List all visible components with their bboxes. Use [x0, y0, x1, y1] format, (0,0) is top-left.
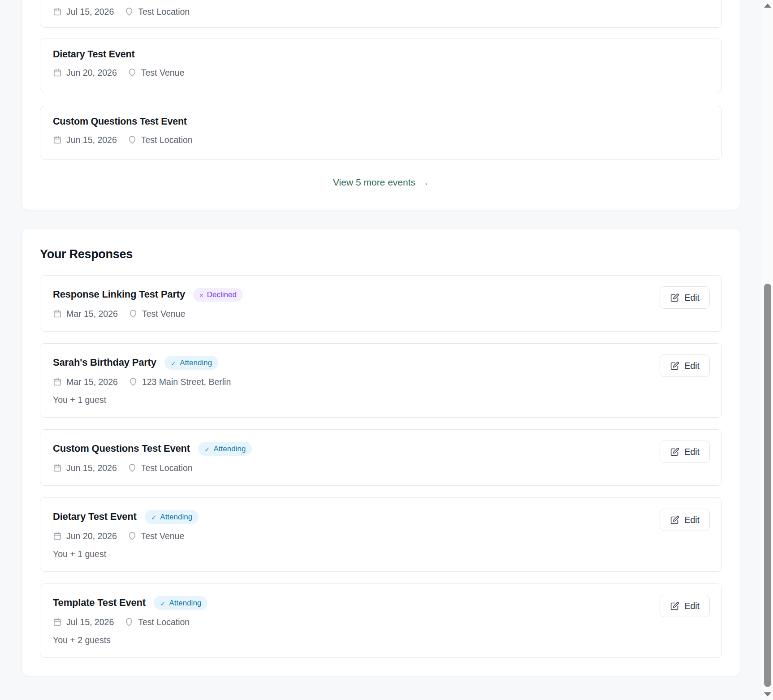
event-location: Test Venue — [141, 67, 185, 78]
check-icon: ✓ — [160, 600, 166, 606]
edit-button[interactable]: Edit — [660, 286, 710, 309]
response-location-group: 123 Main Street, Berlin — [129, 376, 231, 388]
section-heading: Your Responses — [40, 246, 722, 262]
response-meta: Jun 20, 2026 Test Venue — [53, 530, 709, 542]
location-pin-icon — [129, 377, 138, 386]
response-date: Jun 20, 2026 — [66, 530, 117, 542]
location-pin-icon — [128, 135, 137, 144]
response-date: Mar 15, 2026 — [66, 308, 118, 320]
event-title: Custom Questions Test Event — [53, 115, 709, 128]
right-arrow-icon: → — [420, 177, 429, 188]
status-badge: ✓ Attending — [145, 510, 199, 524]
response-date: Jun 15, 2026 — [66, 462, 117, 474]
status-label: Declined — [207, 288, 237, 302]
response-meta: Mar 15, 2026 Test Venue — [53, 308, 709, 320]
edit-button-label: Edit — [684, 293, 700, 303]
scroll-up-arrow-icon[interactable] — [764, 4, 771, 8]
response-date-group: Jun 20, 2026 — [53, 530, 117, 542]
edit-pencil-icon — [670, 515, 679, 525]
response-title: Template Test Event — [53, 596, 146, 610]
event-card[interactable]: Custom Questions Test Event Jun 15, 2026… — [40, 106, 722, 160]
status-label: Attending — [160, 510, 192, 524]
calendar-icon — [53, 68, 62, 77]
edit-button[interactable]: Edit — [660, 441, 710, 463]
edit-pencil-icon — [670, 447, 679, 457]
response-date: Jul 15, 2026 — [66, 616, 114, 628]
edit-button[interactable]: Edit — [660, 595, 710, 617]
calendar-icon — [53, 463, 62, 472]
event-location-group: Test Venue — [128, 67, 185, 78]
response-card: Sarah's Birthday Party ✓ Attending Mar 1… — [40, 343, 722, 418]
your-responses-panel: Your Responses Response Linking Test Par… — [22, 228, 740, 676]
view-more-label: View 5 more events — [333, 177, 415, 188]
event-location-group: Test Location — [125, 6, 190, 17]
response-card: Response Linking Test Party × Declined M… — [40, 275, 722, 332]
calendar-icon — [53, 531, 62, 540]
event-card[interactable]: Jul 15, 2026 Test Location — [40, 0, 722, 28]
response-title-row: Sarah's Birthday Party ✓ Attending — [53, 355, 709, 370]
status-badge: × Declined — [193, 288, 243, 302]
response-location-group: Test Venue — [129, 308, 186, 320]
scrollbar-thumb[interactable] — [764, 284, 771, 687]
response-location: 123 Main Street, Berlin — [142, 376, 231, 388]
calendar-icon — [53, 7, 62, 16]
response-meta: Jun 15, 2026 Test Location — [53, 462, 709, 474]
response-title-row: Response Linking Test Party × Declined — [53, 287, 709, 302]
edit-pencil-icon — [670, 361, 679, 371]
event-date-group: Jun 20, 2026 — [53, 67, 117, 78]
response-card: Dietary Test Event ✓ Attending Jun 20, 2… — [40, 497, 722, 572]
response-title: Sarah's Birthday Party — [53, 355, 156, 370]
edit-pencil-icon — [670, 601, 679, 611]
page-content: Jul 15, 2026 Test Location Dietary Test … — [22, 0, 740, 676]
calendar-icon — [53, 309, 62, 318]
location-pin-icon — [125, 7, 134, 16]
location-pin-icon — [128, 68, 137, 77]
status-label: Attending — [180, 356, 212, 370]
event-location: Test Location — [138, 6, 190, 17]
location-pin-icon — [129, 309, 138, 318]
status-label: Attending — [214, 442, 246, 456]
edit-pencil-icon — [670, 293, 679, 302]
edit-button-label: Edit — [684, 515, 700, 525]
vertical-scrollbar[interactable] — [762, 0, 773, 700]
upcoming-events-panel: Jul 15, 2026 Test Location Dietary Test … — [22, 0, 740, 210]
edit-button[interactable]: Edit — [660, 509, 710, 531]
edit-button[interactable]: Edit — [660, 354, 710, 377]
view-more-events-link[interactable]: View 5 more events → — [40, 177, 722, 188]
response-card: Custom Questions Test Event ✓ Attending … — [40, 429, 722, 486]
status-label: Attending — [169, 596, 201, 610]
edit-button-label: Edit — [684, 601, 700, 611]
response-location-group: Test Location — [128, 462, 193, 474]
response-date: Mar 15, 2026 — [66, 376, 118, 388]
response-title-row: Template Test Event ✓ Attending — [53, 596, 709, 610]
response-meta: Mar 15, 2026 123 Main Street, Berlin — [53, 376, 709, 388]
response-location-group: Test Location — [125, 616, 190, 628]
response-date-group: Jun 15, 2026 — [53, 462, 117, 474]
response-meta: Jul 15, 2026 Test Location — [53, 616, 709, 628]
response-card: Template Test Event ✓ Attending Jul 15, … — [40, 583, 722, 658]
response-location: Test Venue — [141, 530, 185, 542]
response-date-group: Mar 15, 2026 — [53, 376, 118, 388]
response-location-group: Test Venue — [128, 530, 185, 542]
calendar-icon — [53, 377, 62, 386]
event-title: Dietary Test Event — [53, 48, 709, 60]
status-badge: ✓ Attending — [198, 442, 252, 456]
scroll-down-arrow-icon[interactable] — [764, 692, 771, 696]
event-date-group: Jul 15, 2026 — [53, 6, 114, 17]
event-date: Jul 15, 2026 — [66, 6, 114, 17]
calendar-icon — [53, 618, 62, 627]
location-pin-icon — [125, 618, 134, 627]
guest-count: You + 1 guest — [53, 548, 709, 560]
calendar-icon — [53, 135, 62, 144]
check-icon: ✓ — [204, 445, 210, 452]
response-title: Custom Questions Test Event — [53, 441, 190, 456]
x-icon: × — [199, 291, 203, 298]
event-card[interactable]: Dietary Test Event Jun 20, 2026 Test Ven… — [40, 39, 722, 92]
check-icon: ✓ — [151, 514, 157, 520]
event-meta: Jun 20, 2026 Test Venue — [53, 67, 709, 78]
guest-count: You + 1 guest — [53, 394, 709, 406]
response-title-row: Dietary Test Event ✓ Attending — [53, 510, 709, 524]
response-location: Test Location — [138, 616, 190, 628]
event-date: Jun 20, 2026 — [66, 67, 117, 78]
event-date: Jun 15, 2026 — [66, 134, 117, 146]
